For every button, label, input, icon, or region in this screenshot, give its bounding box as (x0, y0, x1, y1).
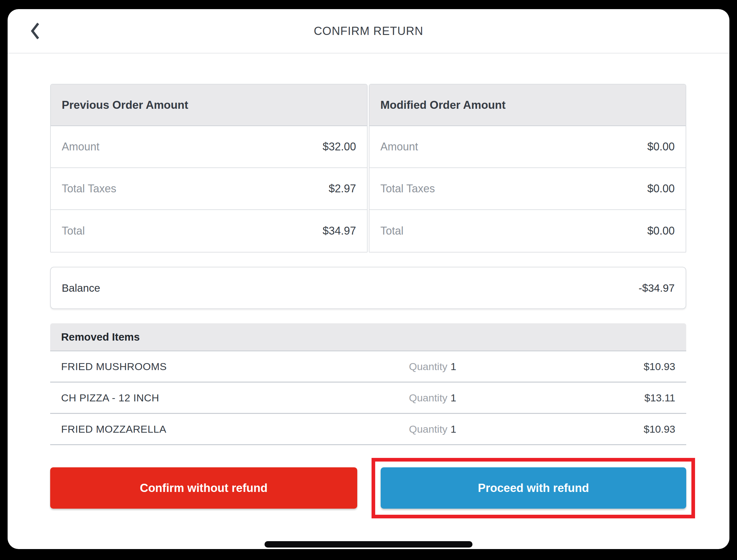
confirm-without-refund-button[interactable]: Confirm without refund (50, 467, 357, 509)
row-label: Total Taxes (381, 182, 435, 195)
back-button[interactable] (22, 18, 49, 45)
item-quantity: Quantity1 (409, 361, 537, 373)
row-value: $0.00 (647, 225, 675, 237)
item-price: $13.11 (537, 392, 675, 404)
confirm-return-screen: CONFIRM RETURN Previous Order Amount Amo… (8, 9, 729, 549)
row-value: $34.97 (322, 225, 356, 237)
removed-items-header: Removed Items (50, 323, 686, 351)
row-label: Total (62, 225, 85, 237)
item-name: FRIED MUSHROOMS (61, 361, 409, 373)
table-row: Amount $0.00 (370, 126, 686, 168)
previous-order-table: Previous Order Amount Amount $32.00 Tota… (50, 84, 367, 253)
table-row: Total Taxes $0.00 (370, 168, 686, 210)
table-row: Total $0.00 (370, 210, 686, 252)
row-value: $0.00 (647, 140, 675, 153)
quantity-value: 1 (451, 361, 456, 372)
modified-order-table-header: Modified Order Amount (370, 84, 686, 126)
item-name: FRIED MOZZARELLA (61, 423, 409, 435)
row-label: Amount (62, 140, 99, 153)
home-indicator-bar[interactable] (264, 541, 473, 548)
row-label: Total Taxes (62, 182, 116, 195)
item-name: CH PIZZA - 12 INCH (61, 392, 409, 404)
previous-order-table-header: Previous Order Amount (51, 84, 367, 126)
chevron-left-icon (28, 21, 42, 42)
row-value: $32.00 (322, 140, 356, 153)
order-comparison: Previous Order Amount Amount $32.00 Tota… (50, 84, 686, 253)
balance-label: Balance (62, 282, 100, 294)
table-row: Amount $32.00 (51, 126, 367, 168)
row-label: Total (381, 225, 404, 237)
row-value: $0.00 (647, 182, 675, 195)
quantity-label: Quantity (409, 392, 448, 404)
item-quantity: Quantity1 (409, 392, 537, 404)
removed-items-section: Removed Items FRIED MUSHROOMS Quantity1 … (50, 323, 686, 445)
quantity-value: 1 (451, 423, 456, 435)
proceed-with-refund-button[interactable]: Proceed with refund (381, 467, 686, 509)
balance-summary: Balance -$34.97 (50, 267, 686, 309)
modified-order-table: Modified Order Amount Amount $0.00 Total… (369, 84, 686, 253)
item-price: $10.93 (537, 361, 675, 373)
table-row: Total Taxes $2.97 (51, 168, 367, 210)
item-price: $10.93 (537, 423, 675, 435)
removed-item-row: CH PIZZA - 12 INCH Quantity1 $13.11 (50, 383, 686, 414)
quantity-label: Quantity (409, 423, 448, 435)
quantity-value: 1 (451, 392, 456, 404)
header-bar: CONFIRM RETURN (8, 9, 729, 53)
item-quantity: Quantity1 (409, 423, 537, 435)
removed-item-row: FRIED MUSHROOMS Quantity1 $10.93 (50, 351, 686, 383)
row-value: $2.97 (329, 182, 356, 195)
quantity-label: Quantity (409, 361, 448, 372)
row-label: Amount (381, 140, 418, 153)
page-title: CONFIRM RETURN (314, 25, 423, 38)
table-row: Total $34.97 (51, 210, 367, 252)
balance-value: -$34.97 (639, 282, 675, 294)
removed-item-row: FRIED MOZZARELLA Quantity1 $10.93 (50, 414, 686, 445)
